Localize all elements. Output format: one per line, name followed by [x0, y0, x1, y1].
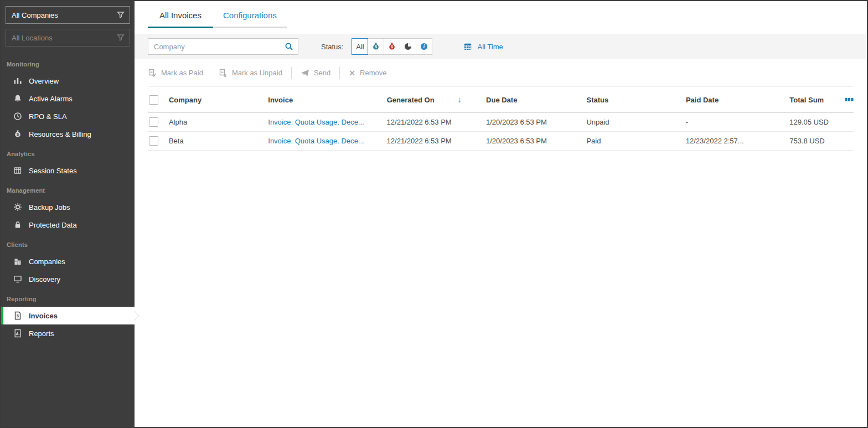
header-status[interactable]: Status — [586, 96, 685, 104]
button-label: Send — [314, 69, 330, 77]
sidebar-item-label: Companies — [29, 257, 65, 266]
filter-bar: Status: All $ $ i All Time — [135, 34, 867, 59]
table-row[interactable]: Beta Invoice. Quota Usage. Dece... 12/21… — [148, 132, 854, 151]
tab-all-invoices[interactable]: All Invoices — [148, 1, 213, 28]
sidebar-item-label: Session States — [29, 167, 77, 175]
cell-generated-on: 12/21/2022 6:53 PM — [387, 118, 486, 126]
money-bag-icon: $ — [13, 130, 22, 138]
monitor-search-icon — [13, 275, 22, 283]
status-info-button[interactable]: i — [416, 38, 432, 55]
button-label: Mark as Unpaid — [232, 69, 282, 77]
send-button[interactable]: Send — [301, 69, 330, 78]
tab-bar: All Invoices Configurations — [135, 1, 867, 28]
status-paid-button[interactable]: $ — [368, 38, 384, 55]
status-filter-label: Status: — [321, 43, 343, 51]
tab-label: Configurations — [223, 11, 277, 20]
sidebar-item-label: Active Alarms — [29, 95, 73, 103]
sidebar-item-reports[interactable]: Reports — [1, 324, 135, 342]
sidebar-item-label: Invoices — [29, 312, 58, 320]
locations-filter-dropdown[interactable]: All Locations — [6, 29, 130, 47]
header-company[interactable]: Company — [169, 96, 268, 104]
header-invoice[interactable]: Invoice — [268, 96, 386, 104]
header-checkbox-cell — [148, 95, 169, 105]
row-checkbox-cell — [148, 117, 169, 127]
header-paid-date[interactable]: Paid Date — [686, 96, 789, 104]
status-all-button[interactable]: All — [352, 38, 368, 55]
sidebar-item-resources-billing[interactable]: $ Resources & Billing — [1, 125, 135, 143]
sidebar-item-rpo-sla[interactable]: RPO & SLA — [1, 107, 135, 125]
cell-company: Alpha — [169, 118, 268, 126]
document-check-icon — [148, 69, 157, 78]
bar-chart-icon — [13, 76, 22, 85]
mark-as-paid-button[interactable]: Mark as Paid — [148, 69, 203, 78]
invoice-icon: $ — [13, 311, 22, 320]
time-range-value: All Time — [477, 43, 503, 51]
company-search — [148, 38, 298, 55]
clock-icon — [13, 112, 22, 121]
button-label: Mark as Paid — [161, 69, 203, 77]
header-label: Generated On — [387, 96, 435, 104]
cell-total-sum: 129.05 USD — [789, 118, 824, 126]
lock-icon — [13, 220, 22, 229]
section-analytics: Analytics — [1, 143, 135, 162]
company-search-input[interactable] — [148, 43, 285, 51]
sidebar-item-session-states[interactable]: Session States — [1, 162, 135, 179]
search-icon[interactable] — [285, 42, 293, 51]
sidebar-item-label: Protected Data — [29, 221, 77, 229]
invoice-link[interactable]: Invoice. Quota Usage. Dece... — [268, 118, 364, 126]
calendar-icon — [463, 42, 472, 51]
column-chooser-icon[interactable] — [845, 95, 854, 104]
sidebar-item-protected-data[interactable]: Protected Data — [1, 216, 135, 234]
cell-status: Paid — [586, 137, 685, 145]
cell-paid-date: - — [686, 118, 789, 126]
svg-text:$: $ — [17, 314, 19, 318]
header-total-sum[interactable]: Total Sum — [789, 96, 824, 104]
unpaid-money-bag-icon: $ — [388, 42, 396, 51]
sidebar-item-active-alarms[interactable]: Active Alarms — [1, 90, 135, 107]
building-icon — [13, 257, 22, 266]
status-overdue-button[interactable] — [400, 38, 416, 55]
sidebar: All Companies All Locations Monitoring O… — [1, 1, 135, 427]
cell-due-date: 1/20/2023 6:53 PM — [486, 137, 586, 145]
paid-money-bag-icon: $ — [371, 42, 380, 51]
header-due-date[interactable]: Due Date — [486, 96, 586, 104]
sidebar-item-companies[interactable]: Companies — [1, 252, 135, 270]
send-icon — [301, 69, 309, 78]
status-filter-group: All $ $ i — [352, 38, 432, 55]
sidebar-item-discovery[interactable]: Discovery — [1, 270, 135, 288]
cell-status: Unpaid — [586, 118, 685, 126]
row-checkbox-cell — [148, 136, 169, 146]
app-window: All Companies All Locations Monitoring O… — [0, 0, 868, 428]
table-row[interactable]: Alpha Invoice. Quota Usage. Dece... 12/2… — [148, 113, 854, 132]
tab-configurations[interactable]: Configurations — [213, 1, 287, 28]
header-menu-cell — [824, 95, 854, 104]
svg-text:$: $ — [224, 73, 226, 78]
sidebar-item-invoices[interactable]: $ Invoices — [1, 307, 135, 324]
companies-filter-dropdown[interactable]: All Companies — [6, 6, 130, 24]
info-icon: i — [420, 42, 428, 51]
mark-as-unpaid-button[interactable]: $ Mark as Unpaid — [219, 69, 282, 78]
sidebar-item-label: Overview — [29, 77, 59, 85]
sidebar-item-label: Resources & Billing — [29, 130, 91, 138]
section-management: Management — [1, 179, 135, 198]
row-checkbox[interactable] — [149, 117, 158, 127]
sidebar-item-overview[interactable]: Overview — [1, 72, 135, 90]
row-checkbox[interactable] — [149, 136, 158, 146]
sidebar-item-backup-jobs[interactable]: Backup Jobs — [1, 198, 135, 216]
select-all-checkbox[interactable] — [149, 95, 158, 105]
bell-icon — [13, 94, 22, 103]
cell-due-date: 1/20/2023 6:53 PM — [486, 118, 586, 126]
header-generated-on[interactable]: Generated On ↓ — [387, 95, 486, 104]
sidebar-item-label: Backup Jobs — [29, 203, 70, 212]
companies-filter-value: All Companies — [12, 11, 58, 19]
cell-company: Beta — [169, 137, 268, 145]
time-range-filter[interactable]: All Time — [463, 42, 503, 51]
cell-generated-on: 12/21/2022 6:53 PM — [387, 137, 486, 145]
remove-button[interactable]: ✕ Remove — [349, 69, 386, 78]
filter-icon — [116, 33, 125, 42]
toolbar: Mark as Paid $ Mark as Unpaid Send ✕ Rem… — [135, 59, 867, 86]
invoice-link[interactable]: Invoice. Quota Usage. Dece... — [268, 137, 364, 145]
tab-label: All Invoices — [159, 11, 202, 20]
table-header-row: Company Invoice Generated On ↓ Due Date … — [148, 87, 854, 113]
status-unpaid-button[interactable]: $ — [384, 38, 400, 55]
